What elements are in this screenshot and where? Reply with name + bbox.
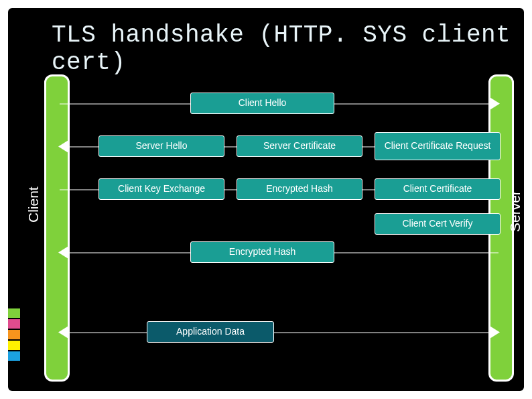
client-label: Client	[25, 186, 42, 223]
message-row: Server Hello Server Certificate Client C…	[60, 134, 498, 160]
msg-server-hello: Server Hello	[98, 135, 224, 157]
message-row: Client Hello	[60, 91, 498, 117]
msg-client-hello: Client Hello	[190, 93, 334, 114]
message-row: Encrypted Hash	[60, 240, 498, 266]
msg-server-certificate: Server Certificate	[237, 135, 362, 157]
message-row: Application Data	[60, 320, 498, 345]
msg-client-cert-request: Client Certificate Request	[375, 132, 501, 160]
accent-bar	[8, 351, 20, 361]
accent-bar	[8, 330, 20, 339]
arrow-both-icon	[60, 333, 498, 333]
message-row: Client Key Exchange Encrypted Hash Clien…	[60, 177, 498, 203]
accent-bars	[8, 308, 28, 362]
slide: TLS handshake (HTTP. SYS client cert) Cl…	[8, 8, 524, 391]
accent-bar	[8, 308, 20, 318]
server-label: Server	[507, 190, 523, 232]
msg-client-cert-verify: Client Cert Verify	[375, 213, 501, 235]
msg-encrypted-hash-2: Encrypted Hash	[190, 241, 334, 263]
slide-title: TLS handshake (HTTP. SYS client cert)	[52, 21, 524, 77]
accent-bar	[8, 341, 20, 350]
msg-client-certificate: Client Certificate	[375, 178, 501, 200]
msg-encrypted-hash-1: Encrypted Hash	[237, 178, 362, 200]
msg-client-key-exchange: Client Key Exchange	[98, 178, 224, 200]
accent-bar	[8, 319, 20, 329]
msg-application-data: Application Data	[147, 321, 274, 343]
message-row: Client Cert Verify	[60, 212, 498, 237]
